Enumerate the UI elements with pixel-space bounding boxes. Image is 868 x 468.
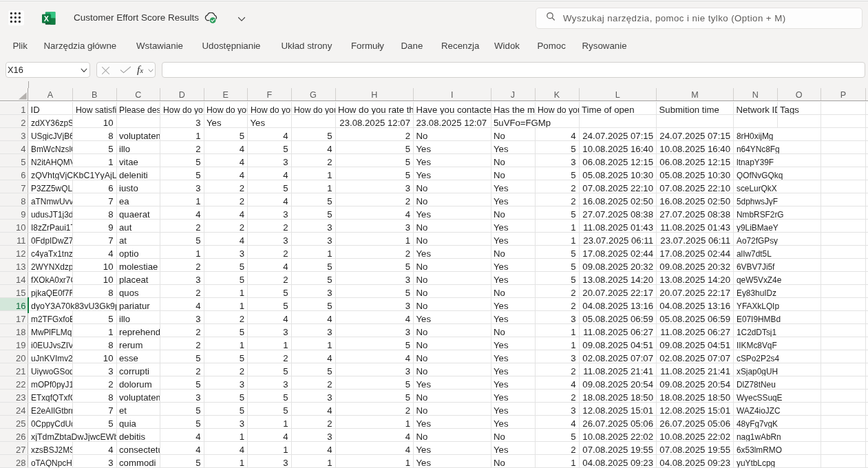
svg-text:X: X [44, 14, 50, 22]
